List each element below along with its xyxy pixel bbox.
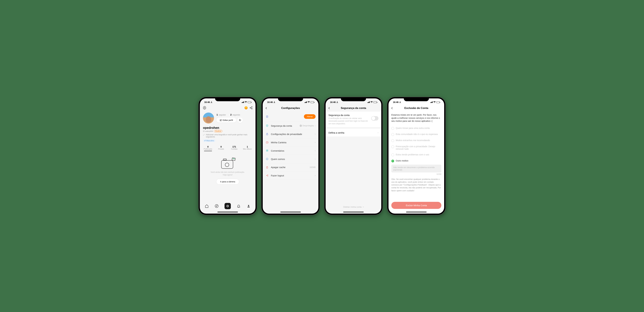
profile-row[interactable]: Alterar: [263, 112, 318, 122]
svg-rect-19: [266, 134, 268, 135]
nav-notifications-icon[interactable]: [236, 204, 241, 208]
battery-icon: [248, 101, 251, 103]
security-section-desc: A verificação do número de celular será …: [326, 117, 381, 127]
bio-hint[interactable]: Adicionar uma biografia e você pode ganh…: [200, 132, 256, 139]
nav-profile-icon[interactable]: [246, 204, 251, 208]
wifi-icon: [245, 101, 247, 103]
add-friend-button[interactable]: [238, 118, 243, 123]
coin-icon[interactable]: [244, 106, 248, 109]
gender-badge: Masculino: [203, 139, 216, 142]
wallet-row[interactable]: Minha Carteira ›: [263, 138, 318, 147]
delete-intro: Estamos tristes em te ver partir. Por fa…: [391, 114, 441, 123]
lock-icon: [266, 133, 269, 135]
logout-icon: [266, 174, 269, 177]
back-button[interactable]: [328, 107, 332, 110]
logout-row[interactable]: Fazer logout ›: [263, 171, 318, 180]
nav-camera-button[interactable]: [224, 203, 231, 209]
avatar[interactable]: [203, 113, 214, 124]
set-password-row[interactable]: Defina a senha ›: [326, 129, 381, 137]
followers-stat[interactable]: 1 seguidor: [216, 113, 226, 116]
profile-icon: [266, 115, 269, 118]
security-toggle[interactable]: [371, 116, 378, 121]
tab-posts[interactable]: 0Publicação: [202, 146, 214, 150]
security-row[interactable]: Segurança da conta ✓Desprotegida ›: [263, 122, 318, 130]
go-to-camera-button[interactable]: Ir para a câmera: [216, 179, 239, 184]
about-row[interactable]: Quem somos ›: [263, 155, 318, 163]
svg-marker-0: [203, 106, 206, 109]
reason-privacy[interactable]: Preocupação com a privacidade: Desejo re…: [391, 144, 441, 152]
tab-private[interactable]: 0Privado: [214, 146, 228, 150]
settings-gear-icon[interactable]: [203, 106, 206, 110]
page-title: Segurança da conta: [332, 107, 375, 110]
user-id: ID wakep884: [203, 130, 213, 132]
edit-profile-button[interactable]: Editar perfil: [216, 118, 236, 123]
comments-row[interactable]: ? Comentários ›: [263, 147, 318, 155]
username: opedrohen: [200, 125, 256, 130]
trash-icon: [266, 166, 269, 168]
cache-row[interactable]: Apagar cache 182MB: [263, 163, 318, 171]
shield-icon: [266, 125, 269, 127]
delete-account-link[interactable]: Deletar minha conta›: [326, 205, 381, 208]
nav-home-icon[interactable]: [204, 204, 209, 208]
info-icon: [266, 158, 269, 160]
tab-likes[interactable]: 171Curtidas: [228, 146, 241, 150]
status-time: 16:46: [204, 101, 210, 103]
signal-icon: [242, 101, 244, 103]
svg-line-5: [250, 107, 252, 108]
camera-illustration: [220, 158, 235, 169]
reason-other[interactable]: Outro motivo: [391, 158, 441, 164]
delete-account-button[interactable]: Excluir Minha Conta: [391, 202, 441, 209]
alter-button[interactable]: Alterar: [304, 114, 316, 119]
comment-icon: ?: [266, 150, 269, 152]
svg-point-3: [250, 108, 251, 108]
reason-switch-account[interactable]: Quero trocar para uma outra conta: [391, 125, 441, 131]
following-stat[interactable]: 2 seguindo: [230, 113, 240, 116]
tab-album[interactable]: 1Meu Álbum: [241, 146, 254, 150]
svg-text:?: ?: [267, 150, 268, 151]
svg-point-4: [252, 108, 252, 109]
wallet-icon: [266, 141, 269, 144]
nav-discover-icon[interactable]: [214, 204, 219, 208]
empty-text: Você ainda não tem nenhum publicação. Ha…: [203, 171, 252, 176]
reason-community[interactable]: Esta comunidade não é o que eu esperava: [391, 131, 441, 138]
reason-problems[interactable]: Estou tendo problemas com o uso: [391, 152, 441, 158]
svg-point-16: [248, 205, 249, 206]
share-icon[interactable]: [250, 106, 253, 109]
reason-textarea[interactable]: Não hesite em descrever o problema ocorr…: [391, 165, 441, 172]
svg-rect-26: [266, 167, 268, 168]
svg-point-1: [204, 107, 205, 108]
privacy-row[interactable]: Configurações de privacidade ›: [263, 130, 318, 138]
update-badge[interactable]: Atualizar: [214, 130, 222, 132]
reason-strangers[interactable]: Muitos estranhos me incomodando: [391, 138, 441, 144]
back-button[interactable]: [265, 107, 269, 110]
svg-point-7: [239, 119, 240, 120]
svg-line-6: [250, 108, 252, 108]
svg-marker-15: [216, 206, 217, 206]
back-button[interactable]: [391, 107, 395, 110]
page-title: Configurações: [269, 107, 312, 110]
char-count: 0/200: [391, 173, 441, 175]
page-title: Exclusão de Conta: [395, 107, 438, 110]
svg-point-2: [252, 107, 252, 107]
obs-text: Obs: Se você encontrar qualquer problema…: [391, 178, 441, 192]
